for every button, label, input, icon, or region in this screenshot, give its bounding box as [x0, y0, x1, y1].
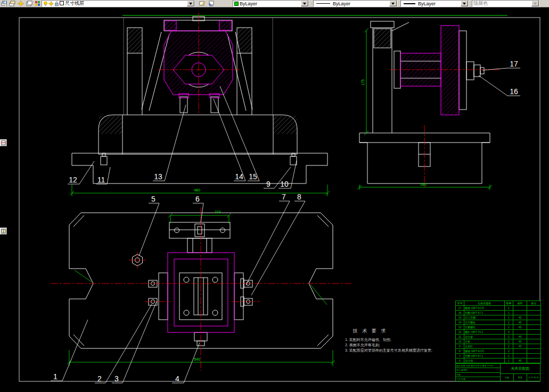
plotstyle-combo-value: 随颜色: [473, 0, 488, 7]
bom-cell-no: 7: [456, 354, 464, 358]
bom-cell-no: 16: [456, 311, 464, 315]
layer-combo-arrow[interactable]: [187, 1, 194, 6]
bom-cell-remark: [527, 325, 541, 330]
bom-cell-remark: [527, 311, 541, 315]
sheet-pencil-icon: [199, 1, 206, 6]
bom-cell-qty: 1: [505, 311, 513, 315]
bom-cell-no: 15: [456, 315, 464, 320]
main-toolbar: 尺寸线层 ByLayer ByLayer ByLayer 随颜色: [0, 0, 549, 7]
bom-cell-no: 10: [456, 339, 464, 344]
linetype-combo-arrow[interactable]: [389, 1, 397, 6]
bom-cell-remark: [527, 315, 541, 320]
tool-icon: [1, 229, 6, 233]
make-layer-current-button[interactable]: [198, 0, 206, 7]
callout-label: 13: [154, 172, 162, 181]
callout-label: 16: [510, 87, 518, 96]
title-block-revision-area: 标记 处数 分区 更改文件号 签名 年月日 设计 标准化 审核 工艺 批准: [456, 364, 501, 381]
bom-row: 8 螺母 GB/T 6170 2: [456, 349, 541, 354]
chevron-down-icon: [189, 3, 192, 6]
bom-cell-remark: [527, 344, 541, 349]
bom-cell-material: [513, 306, 527, 311]
callout-label: 6: [195, 195, 200, 203]
bom-row: 11 定位键 2 45: [456, 335, 541, 339]
dim-plan-total: 540: [194, 357, 200, 361]
color-combo-value: ByLayer: [240, 1, 257, 6]
dim-side-base: 280: [420, 182, 427, 186]
layer-color-chip-icon: [60, 1, 64, 6]
bom-row: 10 压板 2 45: [456, 339, 541, 344]
dim-plan-slide: 110: [215, 210, 220, 214]
bom-cell-material: 45: [513, 335, 527, 339]
lineweight-combo-arrow[interactable]: [461, 1, 468, 6]
bom-cell-no: 6: [456, 358, 464, 363]
bom-cell-name: 开口垫圈: [464, 315, 505, 320]
bom-cell-material: [513, 330, 527, 335]
dim-side-height: 175: [361, 79, 365, 86]
scale-label: 比例: [501, 374, 514, 381]
bom-row: 17 螺母 GB/T 6170 1: [456, 306, 541, 311]
title-block-name-area: 夹具装配图 比例 数量 共 张 第 张: [501, 364, 540, 381]
layer-previous-button[interactable]: [207, 0, 215, 7]
layer-state-button[interactable]: [17, 0, 24, 7]
callout-label: 14: [235, 172, 243, 181]
bom-cell-remark: [527, 330, 541, 335]
side-magenta-geometry: [400, 26, 459, 115]
bom-header-cell: 数量: [505, 301, 513, 306]
bom-cell-no: 17: [456, 306, 464, 311]
bom-cell-no: 8: [456, 349, 464, 354]
bom-cell-qty: 2: [505, 344, 513, 349]
color-grid-icon: [35, 1, 41, 6]
layer-state-icons: [43, 1, 64, 6]
layer-manager-button[interactable]: [25, 0, 33, 7]
chevron-down-icon: [463, 3, 466, 6]
bom-cell-qty: 2: [505, 339, 513, 344]
bom-cell-name: 压紧螺钉: [464, 325, 505, 330]
bom-cell-material: 45: [513, 358, 527, 363]
tool-icon: [1, 140, 6, 145]
title-block-row: 工艺 批准: [456, 377, 500, 381]
sun-icon: [18, 1, 24, 6]
docked-tool-button-2[interactable]: [0, 228, 7, 235]
bom-cell-name: 垫圈 GB/T 97.1: [464, 354, 505, 358]
callout-label: 2: [97, 374, 102, 383]
title-block-row: 审核: [456, 373, 500, 377]
bom-cell-qty: 4: [505, 330, 513, 335]
title-block-row: 标记 处数 分区 更改文件号 签名 年月日: [456, 364, 500, 368]
bom-cell-remark: [527, 358, 541, 363]
callout-label: 12: [69, 176, 77, 184]
toolbar-grip[interactable]: [5, 1, 7, 6]
bom-cell-qty: 2: [505, 354, 513, 358]
freeze-sun-icon: [48, 1, 54, 6]
bulb-icon: [43, 1, 48, 6]
bom-header-cell: 材料: [513, 301, 527, 306]
bom-row: 9 支承钉 2 45: [456, 344, 541, 349]
linetype-combo[interactable]: ByLayer: [313, 0, 397, 7]
lineweight-combo[interactable]: ByLayer: [400, 0, 469, 7]
callout-label: 3: [114, 374, 119, 383]
bom-cell-no: 12: [456, 330, 464, 335]
layer-combo-value: 尺寸线层: [65, 0, 84, 7]
tech-requirement-item: 2. 表面不允许有毛刺;: [345, 343, 380, 347]
bom-cell-name: 螺母 GB/T 6170: [464, 306, 505, 311]
layer-properties-button[interactable]: [8, 0, 16, 7]
color-combo-arrow[interactable]: [301, 1, 308, 6]
layer-combo[interactable]: 尺寸线层: [42, 0, 195, 7]
current-color-swatch: [234, 2, 239, 6]
bom-table: 序号名称及规格数量材料备注 17 螺母 GB/T 6170 1 16 垫圈 GB…: [455, 301, 541, 363]
tech-requirement-item: 3. 装配前应对零部件的主要尺寸及相关精度进行复查;: [345, 348, 432, 353]
bom-cell-name: 垫圈 GB/T 97.1: [464, 311, 505, 315]
docked-tool-button-1[interactable]: [0, 139, 7, 146]
color-combo[interactable]: ByLayer: [233, 0, 309, 7]
bom-cell-name: 螺钉 GB/T 70.1: [464, 330, 505, 335]
title-block-row: 设计 标准化: [456, 368, 500, 372]
lineweight-combo-value: ByLayer: [418, 1, 436, 6]
bom-cell-name: 定位键: [464, 335, 505, 339]
bom-header-row: 序号名称及规格数量材料备注: [456, 301, 541, 306]
callout-label: 10: [280, 180, 289, 188]
plotstyle-combo-arrow: [531, 1, 539, 6]
bom-row: 15 开口垫圈 1 45: [456, 315, 541, 320]
color-control-button[interactable]: [34, 0, 42, 7]
chevron-down-icon: [391, 3, 395, 6]
bom-cell-qty: 1: [505, 315, 513, 320]
plan-white-geometry: [69, 213, 333, 348]
